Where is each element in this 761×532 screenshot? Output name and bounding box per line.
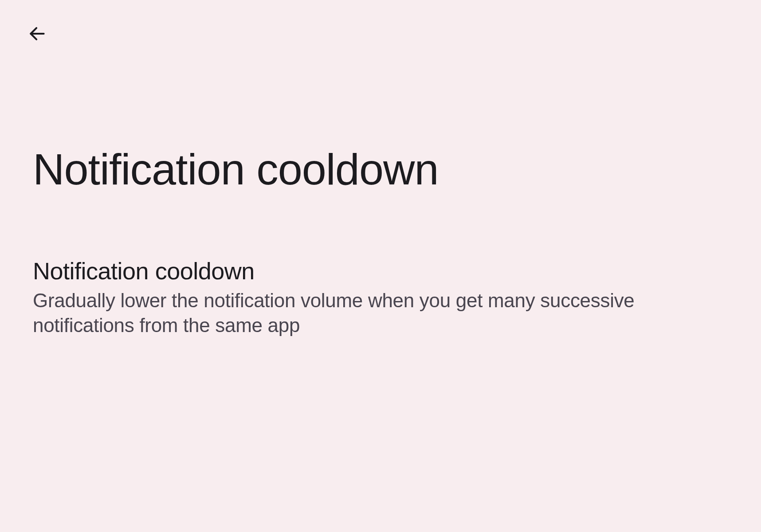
setting-title: Notification cooldown [33,257,728,285]
setting-item-notification-cooldown[interactable]: Notification cooldown Gradually lower th… [33,257,728,338]
back-button[interactable] [26,22,49,45]
page-title: Notification cooldown [33,144,439,195]
arrow-left-icon [27,24,47,43]
setting-description: Gradually lower the notification volume … [33,288,728,338]
